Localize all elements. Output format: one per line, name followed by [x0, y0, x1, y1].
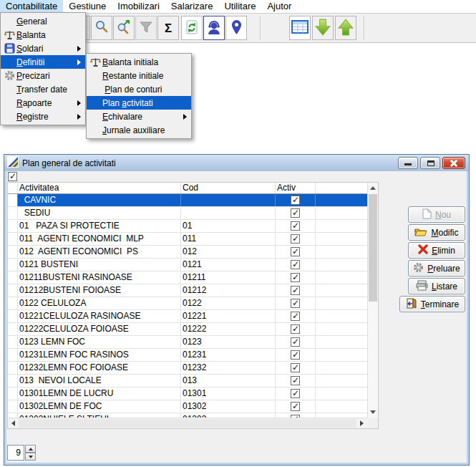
- minimize-button[interactable]: [398, 157, 418, 169]
- submenu-item-restante-initiale[interactable]: Restante initiale: [87, 69, 191, 82]
- table-view-button[interactable]: [289, 16, 311, 40]
- menubar-item-ajutor[interactable]: Ajutor: [261, 0, 297, 13]
- table-row[interactable]: 0123 LEMN FOC 0123 ✓: [8, 336, 367, 349]
- activ-checkbox[interactable]: ✓: [291, 402, 300, 411]
- close-button[interactable]: [442, 157, 465, 169]
- scroll-down-arrow[interactable]: [368, 407, 378, 418]
- cell-extra: [316, 271, 367, 284]
- window-titlebar[interactable]: Plan general de activitati: [4, 155, 469, 171]
- activ-checkbox[interactable]: ✓: [291, 208, 300, 218]
- spinner-down-button[interactable]: [25, 453, 36, 461]
- horizontal-scrollbar[interactable]: [8, 418, 367, 428]
- modific-button[interactable]: Modific: [408, 224, 465, 241]
- table-row[interactable]: 012 AGENTI ECONOMICI PS 012 ✓: [8, 246, 367, 259]
- maximize-button[interactable]: [420, 157, 440, 169]
- menubar-item-utilitare[interactable]: Utilitare: [218, 0, 261, 13]
- submenu-item-plan-activitati[interactable]: Plan activitati: [87, 96, 191, 110]
- nou-button[interactable]: Nou: [408, 206, 465, 223]
- table-row[interactable]: SEDIU ✓: [8, 207, 367, 220]
- activ-checkbox[interactable]: ✓: [291, 337, 300, 347]
- search-button[interactable]: [91, 16, 112, 40]
- horizontal-scroll-thumb[interactable]: [19, 419, 356, 428]
- table-row[interactable]: 01222CELULOZA FOIOASE 01222 ✓: [8, 323, 367, 336]
- scroll-up-arrow[interactable]: [368, 183, 378, 193]
- submenu-item-balanta-initiala[interactable]: Balanta initiala: [87, 55, 191, 69]
- listare-button[interactable]: Listare: [408, 278, 465, 294]
- activ-checkbox[interactable]: ✓: [291, 196, 300, 205]
- table-row[interactable]: 011 AGENTI ECONOMICI MLP 011 ✓: [8, 233, 367, 246]
- preluare-button[interactable]: Preluare: [408, 260, 465, 276]
- activ-checkbox[interactable]: ✓: [291, 363, 300, 372]
- menubar-item-contabilitate[interactable]: Contabilitate: [0, 0, 63, 13]
- terminare-button[interactable]: Terminare: [399, 296, 465, 312]
- table-row[interactable]: 01211BUSTENI RASINOASE 01211 ✓: [8, 271, 367, 284]
- table-row[interactable]: 01302LEMN DE FOC 01302 ✓: [8, 400, 367, 413]
- activ-checkbox[interactable]: ✓: [291, 234, 300, 244]
- scroll-left-arrow[interactable]: [8, 418, 19, 428]
- plan-activitati-window: Plan general de activitati ✓ Activitatea…: [4, 154, 470, 466]
- column-header-cod[interactable]: Cod: [181, 183, 276, 193]
- cell-activ: ✓: [276, 323, 316, 335]
- submenu-item-jurnale-auxiliare[interactable]: Jurnale auxiliare: [87, 123, 191, 137]
- submenu-item-plan-de-conturi[interactable]: Plan de conturi: [87, 82, 191, 96]
- menu-item-precizari[interactable]: Precizari: [1, 69, 85, 82]
- menu-item-transfer-date[interactable]: Transfer date: [1, 82, 85, 96]
- search-go-button[interactable]: [113, 16, 135, 40]
- activ-checkbox[interactable]: ✓: [291, 312, 300, 321]
- activ-checkbox[interactable]: ✓: [291, 350, 300, 360]
- menu-item-definitii[interactable]: Definitii: [1, 55, 85, 69]
- table-row[interactable]: 01212BUSTENI FOIOASE 01212 ✓: [8, 284, 367, 297]
- activ-checkbox[interactable]: ✓: [291, 286, 300, 295]
- activ-checkbox[interactable]: ✓: [291, 299, 300, 308]
- menu-item-rapoarte[interactable]: Rapoarte: [1, 96, 85, 110]
- spinner-value-input[interactable]: [7, 445, 24, 461]
- table-row[interactable]: 013 NEVOI LOCALE 013 ✓: [8, 375, 367, 387]
- table-row[interactable]: 01231LEMN FOC RASINOS 01231 ✓: [8, 349, 367, 362]
- menu-item-general[interactable]: General: [1, 14, 85, 28]
- activ-checkbox[interactable]: ✓: [291, 389, 300, 398]
- activ-checkbox[interactable]: ✓: [291, 260, 300, 269]
- column-header-activ[interactable]: Activ: [276, 183, 316, 193]
- move-down-button[interactable]: [312, 16, 334, 40]
- cell-extra: [316, 375, 367, 387]
- menubar-item-salarizare[interactable]: Salarizare: [165, 0, 219, 13]
- spinner-up-button[interactable]: [25, 445, 36, 453]
- table-row[interactable]: 01232LEMN FOC FOIOASE 01232 ✓: [8, 362, 367, 375]
- search-go-icon: [116, 19, 132, 37]
- menu-item-registre[interactable]: Registre: [1, 110, 85, 123]
- cell-cod: 01232: [181, 362, 276, 374]
- header-checkbox[interactable]: ✓: [8, 172, 17, 181]
- cell-extra: [316, 310, 367, 322]
- submenu-item-echivalare[interactable]: Echivalare: [87, 110, 191, 123]
- table-row[interactable]: 01 PAZA SI PROTECTIE 01 ✓: [8, 220, 367, 233]
- scroll-right-arrow[interactable]: [356, 418, 367, 428]
- activ-checkbox[interactable]: ✓: [291, 376, 300, 385]
- toolbar-separator: [364, 16, 364, 40]
- sum-button[interactable]: Σ: [157, 16, 179, 40]
- menubar-item-gestiune[interactable]: Gestiune: [63, 0, 112, 13]
- column-header-activitatea[interactable]: Activitatea: [18, 183, 181, 193]
- menu-item-balanta[interactable]: Balanta: [1, 28, 85, 42]
- filter-button[interactable]: [135, 16, 157, 40]
- menu-item-soldari[interactable]: Soldari: [1, 42, 85, 55]
- menubar-item-imobilizari[interactable]: Imobilizari: [112, 0, 165, 13]
- table-row[interactable]: 01301LEMN DE LUCRU 01301 ✓: [8, 387, 367, 400]
- table-row[interactable]: 01221CELULOZA RASINOASE 01221 ✓: [8, 310, 367, 323]
- refresh-button[interactable]: [181, 16, 203, 40]
- location-button[interactable]: [225, 16, 247, 40]
- table-row[interactable]: CAVNIC ✓: [8, 194, 367, 207]
- support-button[interactable]: [203, 16, 225, 40]
- vertical-scroll-thumb[interactable]: [369, 194, 377, 302]
- definitii-submenu: Balanta initiala Restante initiale Plan …: [86, 53, 192, 139]
- elimin-button[interactable]: Elimin: [408, 242, 465, 259]
- table-row[interactable]: 0121 BUSTENI 0121 ✓: [8, 259, 367, 271]
- cell-activ: ✓: [276, 233, 316, 245]
- vertical-scrollbar[interactable]: [367, 183, 378, 418]
- activ-checkbox[interactable]: ✓: [291, 273, 300, 282]
- move-up-button[interactable]: [335, 16, 356, 40]
- cell-activ: ✓: [276, 284, 316, 297]
- table-row[interactable]: 0122 CELULOZA 0122 ✓: [8, 297, 367, 310]
- activ-checkbox[interactable]: ✓: [291, 247, 300, 256]
- activ-checkbox[interactable]: ✓: [291, 324, 300, 334]
- activ-checkbox[interactable]: ✓: [291, 221, 300, 231]
